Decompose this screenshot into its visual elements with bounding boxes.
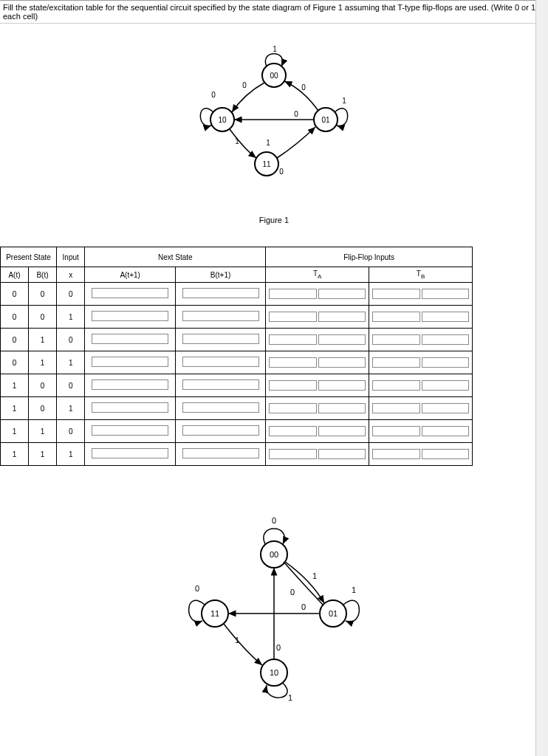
cell-Bt: 1 <box>29 351 57 374</box>
cell-x: 0 <box>57 329 85 351</box>
table-row: 101 <box>1 397 473 420</box>
state-10: 10 <box>218 116 227 124</box>
cell-At1[interactable] <box>85 374 175 397</box>
cell-Bt: 1 <box>29 329 57 351</box>
cell-At: 1 <box>1 374 29 397</box>
cell-At1[interactable] <box>85 443 175 466</box>
cell-Bt1[interactable] <box>175 420 265 443</box>
edge-label: 1 <box>288 693 292 702</box>
cell-Bt: 1 <box>29 420 57 443</box>
instruction-text: Fill the state/excitation table for the … <box>0 0 548 24</box>
edge-label: 1 <box>312 571 317 580</box>
cell-At1[interactable] <box>85 283 175 306</box>
cell-At: 0 <box>1 351 29 374</box>
cell-TA[interactable] <box>266 351 369 374</box>
state-11: 11 <box>262 160 271 168</box>
cell-At1[interactable] <box>85 397 175 420</box>
cell-x: 0 <box>57 374 85 397</box>
table-row: 000 <box>1 283 473 306</box>
cell-Bt: 0 <box>29 374 57 397</box>
cell-Bt1[interactable] <box>175 283 265 306</box>
edge-label: 1 <box>342 97 346 105</box>
col-Bt1: B(t+1) <box>175 267 265 283</box>
cell-TA[interactable] <box>266 306 369 329</box>
cell-Bt1[interactable] <box>175 306 265 329</box>
col-At: A(t) <box>1 267 29 283</box>
edge-label: 0 <box>195 584 199 593</box>
cell-TB[interactable] <box>369 420 473 443</box>
cell-At1[interactable] <box>85 420 175 443</box>
col-Bt: B(t) <box>29 267 57 283</box>
cell-Bt1[interactable] <box>175 351 265 374</box>
state-00: 00 <box>270 550 278 559</box>
cell-At: 0 <box>1 306 29 329</box>
col-flipflop-inputs: Flip-Flop Inputs <box>266 247 473 267</box>
state-00: 00 <box>270 72 278 80</box>
table-row: 100 <box>1 374 473 397</box>
edge-label: 1 <box>235 137 239 145</box>
cell-x: 0 <box>57 420 85 443</box>
scrollbar[interactable] <box>535 0 548 711</box>
cell-At: 0 <box>1 329 29 351</box>
cell-Bt: 1 <box>29 443 57 466</box>
cell-Bt: 0 <box>29 306 57 329</box>
cell-Bt1[interactable] <box>175 329 265 351</box>
cell-TA[interactable] <box>266 397 369 420</box>
edge-label: 0 <box>301 602 306 611</box>
table-row: 011 <box>1 351 473 374</box>
edge-label: 0 <box>294 110 298 118</box>
cell-Bt1[interactable] <box>175 374 265 397</box>
col-input: Input <box>57 247 85 267</box>
table-row: 110 <box>1 420 473 443</box>
col-At1: A(t+1) <box>85 267 175 283</box>
cell-Bt: 0 <box>29 283 57 306</box>
cell-At1[interactable] <box>85 306 175 329</box>
edge-label: 0 <box>276 643 281 652</box>
cell-At: 1 <box>1 420 29 443</box>
cell-TA[interactable] <box>266 329 369 351</box>
edge-label: 0 <box>290 588 295 597</box>
figure-1-caption: Figure 1 <box>0 216 548 224</box>
cell-Bt: 0 <box>29 397 57 420</box>
cell-TB[interactable] <box>369 443 473 466</box>
cell-x: 0 <box>57 283 85 306</box>
cell-At1[interactable] <box>85 351 175 374</box>
cell-TA[interactable] <box>266 283 369 306</box>
cell-x: 1 <box>57 306 85 329</box>
cell-TA[interactable] <box>266 443 369 466</box>
cell-TB[interactable] <box>369 374 473 397</box>
cell-x: 1 <box>57 443 85 466</box>
edge-label: 1 <box>235 636 239 645</box>
edge-label: 1 <box>266 139 270 147</box>
cell-TB[interactable] <box>369 306 473 329</box>
edge-label: 0 <box>242 81 247 89</box>
cell-At: 1 <box>1 397 29 420</box>
cell-TA[interactable] <box>266 374 369 397</box>
cell-At1[interactable] <box>85 329 175 351</box>
edge-label: 0 <box>301 83 306 92</box>
figure-2-diagram: 00 11 01 10 0 0 1 1 1 0 1 0 0 <box>0 510 548 704</box>
state-10: 10 <box>270 668 278 677</box>
state-01: 01 <box>321 116 330 124</box>
table-row: 001 <box>1 306 473 329</box>
edge-label: 0 <box>279 168 284 176</box>
col-present-state: Present State <box>1 247 57 267</box>
col-next-state: Next State <box>85 247 266 267</box>
cell-TB[interactable] <box>369 397 473 420</box>
state-excitation-table: Present State Input Next State Flip-Flop… <box>0 247 473 466</box>
cell-At: 0 <box>1 283 29 306</box>
table-row: 010 <box>1 329 473 351</box>
edge-label: 1 <box>352 585 356 594</box>
edge-label: 0 <box>211 91 216 99</box>
cell-TB[interactable] <box>369 351 473 374</box>
table-row: 111 <box>1 443 473 466</box>
cell-At: 1 <box>1 443 29 466</box>
cell-TB[interactable] <box>369 329 473 351</box>
cell-Bt1[interactable] <box>175 443 265 466</box>
cell-TB[interactable] <box>369 283 473 306</box>
cell-Bt1[interactable] <box>175 397 265 420</box>
state-01: 01 <box>329 609 338 618</box>
edge-label: 1 <box>273 46 277 53</box>
figure-1-diagram: 00 10 01 11 1 0 1 0 0 0 1 1 0 Figure 1 <box>0 46 548 224</box>
cell-TA[interactable] <box>266 420 369 443</box>
